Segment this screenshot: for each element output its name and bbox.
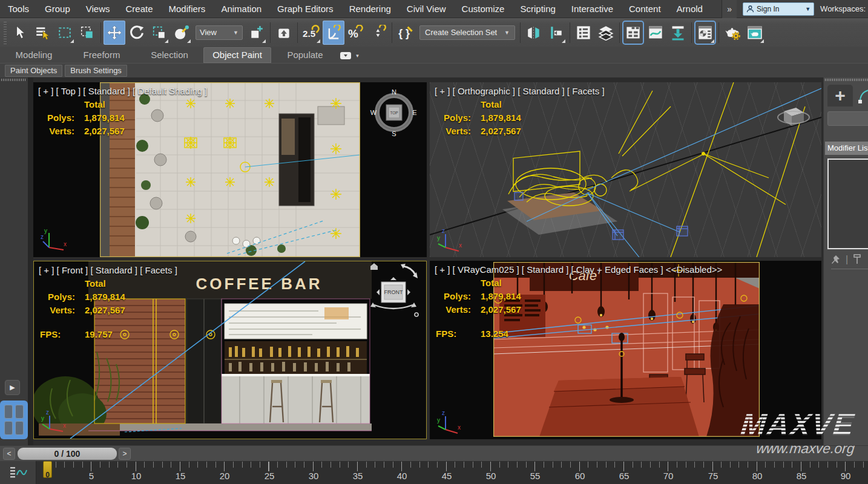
viewcube-compass[interactable]: TOP N E S W [370,88,418,137]
select-by-name-button[interactable] [31,21,53,45]
menu-scripting[interactable]: Scripting [512,0,563,18]
tick-label: 30 [304,471,323,481]
menu-modifiers[interactable]: Modifiers [161,0,214,18]
snap-toggle-button[interactable]: 2.5 [300,21,322,45]
select-and-scale-button[interactable] [148,21,170,45]
ribbon-tab-bar: Modeling Freeform Selection Object Paint… [0,47,868,63]
ribbon-tab-selection[interactable]: Selection [136,47,203,63]
compass-icon: TOP N E S W [370,88,418,137]
ribbon-minimize-icon [340,52,353,60]
mirror-button[interactable] [523,21,545,45]
rectangular-selection-icon [58,25,72,40]
menu-views[interactable]: Views [78,0,118,18]
time-slider-handle[interactable]: 0 / 100 [18,448,117,460]
menu-customize[interactable]: Customize [454,0,513,18]
expand-panel-button[interactable]: ▶ [5,380,20,395]
render-setup-button[interactable] [722,21,743,45]
show-end-result-icon[interactable] [853,254,861,265]
axis-tripod: y x z [41,227,68,253]
select-and-manipulate-button[interactable] [273,21,295,45]
tab-modify[interactable] [858,86,868,105]
object-name-field[interactable] [827,111,868,126]
previous-frame-button[interactable]: < [3,448,15,460]
modifier-stack[interactable] [827,159,868,249]
viewport-orthographic[interactable]: [ + ] [ Orthographic ] [ Standard ] [ Fa… [430,82,821,257]
menu-interactive[interactable]: Interactive [564,0,621,18]
timeline-ruler[interactable]: 0 5 10 15 20 25 30 35 40 45 50 55 60 65 … [36,461,868,484]
ribbon-toggle-icon [625,25,641,41]
menu-rendering[interactable]: Rendering [341,0,399,18]
window-crossing-button[interactable] [76,21,98,45]
menu-arnold[interactable]: Arnold [669,0,711,18]
menu-group[interactable]: Group [37,0,78,18]
dock-grip[interactable] [1,79,27,81]
toggle-layer-explorer-button[interactable] [595,21,617,45]
viewport-camera[interactable]: Cafe' [430,261,821,439]
stack-tools-row: | [830,254,861,265]
svg-text:{ }: { } [398,27,410,39]
viewport-front[interactable]: COFFEE BAR [33,261,427,439]
toolbar-separator [100,22,101,43]
angle-snap-icon [326,25,341,41]
toggle-scene-explorer-button[interactable] [573,21,594,45]
workspaces-label[interactable]: Workspaces: [820,4,868,13]
edit-named-selection-sets-button[interactable]: { } [395,21,416,45]
viewport-top[interactable]: [ + ] [ Top ] [ Standard ] [ Default Sha… [33,82,427,257]
camera-viewport-scene: Cafe' [493,262,760,437]
select-and-move-button[interactable] [104,21,125,45]
tab-create[interactable]: + [827,85,853,106]
use-pivot-point-button[interactable] [246,21,268,45]
ribbon-tab-freeform[interactable]: Freeform [68,47,136,63]
spinner-snap-toggle-button[interactable] [367,21,389,45]
panel-paint-objects[interactable]: Paint Objects [5,65,62,77]
menu-create[interactable]: Create [117,0,160,18]
viewport-layout-tab-button[interactable] [0,401,28,439]
next-frame-button[interactable]: > [119,448,131,460]
ribbon-tab-modeling[interactable]: Modeling [0,47,68,63]
select-and-place-button[interactable] [171,21,192,45]
select-and-rotate-button[interactable] [126,21,148,45]
menu-tools[interactable]: Tools [0,0,37,18]
menu-animation[interactable]: Animation [213,0,269,18]
rectangular-selection-region-button[interactable] [54,21,76,45]
viewport-top-label[interactable]: [ + ] [ Top ] [ Standard ] [ Default Sha… [38,86,207,96]
current-frame-marker[interactable]: 0 [43,461,52,478]
graphite-ribbon-toggle-button[interactable] [622,21,644,45]
select-object-button[interactable] [9,21,31,45]
angle-snap-toggle-button[interactable] [323,21,344,45]
viewcube-front[interactable]: FRONT [366,263,421,318]
manipulate-icon [277,25,291,40]
scene-explorer-icon [576,25,591,41]
svg-text:W: W [370,109,377,116]
viewport-orthographic-label[interactable]: [ + ] [ Orthographic ] [ Standard ] [ Fa… [435,86,605,96]
spinner-snap-icon [370,25,386,41]
panel-brush-settings[interactable]: Brush Settings [65,65,127,77]
viewport-front-label[interactable]: [ + ] [ Front ] [ Standard ] [ Facets ] [39,265,177,275]
ribbon-tab-populate[interactable]: Populate [271,47,339,63]
rendered-frame-window-button[interactable] [744,21,766,45]
sign-in-dropdown[interactable]: Sign In ▼ [743,2,814,16]
pin-stack-icon[interactable] [830,254,841,265]
command-panel-grip[interactable] [825,79,867,81]
menu-overflow-chevron[interactable]: » [722,0,737,18]
menu-civil-view[interactable]: Civil View [399,0,454,18]
mini-curve-editor-button[interactable] [0,461,36,484]
ribbon-display-dropdown[interactable]: ▼ [339,50,361,62]
percent-snap-toggle-button[interactable]: % [345,21,367,45]
material-editor-button[interactable] [694,21,716,45]
menu-graph-editors[interactable]: Graph Editors [269,0,341,18]
reference-coordinate-dropdown[interactable]: View ▼ [196,25,243,40]
toolbar-grip[interactable] [4,21,7,44]
schematic-view-button[interactable] [667,21,689,45]
align-button[interactable] [545,21,567,45]
viewport-camera-label[interactable]: [ + ] [ VRayCam025 ] [ Standard ] [ Clay… [435,264,722,275]
ribbon-tab-object-paint[interactable]: Object Paint [203,47,271,63]
toolbar-separator [270,22,271,43]
modifier-list-dropdown[interactable]: Modifier List [825,142,868,155]
menu-content[interactable]: Content [621,0,669,18]
named-selection-set-dropdown[interactable]: Create Selection Set ▼ [419,25,515,40]
tick-label: 50 [482,471,500,481]
select-cursor-icon [13,25,27,40]
viewport-area: ▶ [0,77,868,445]
curve-editor-button[interactable] [645,21,666,45]
